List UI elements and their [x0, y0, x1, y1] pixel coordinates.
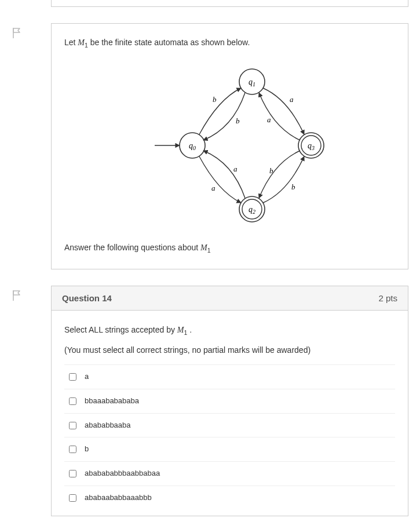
- question-points: 2 pts: [378, 293, 397, 303]
- edge-q1-q3-a: a: [290, 95, 294, 104]
- choice-row[interactable]: bbaaababababa: [64, 389, 395, 413]
- choices-list: a bbaaababababa abababbaaba b: [64, 364, 395, 510]
- intro-line-2: Answer the following questions about M1: [64, 242, 395, 256]
- choice-label: ababababbbaabbabaa: [85, 468, 160, 480]
- choice-row[interactable]: a: [64, 364, 395, 389]
- intro-line-1: Let M1 be the finite state automata as s…: [64, 37, 395, 50]
- question-panel: Question 14 2 pts Select ALL strings acc…: [51, 286, 408, 516]
- intro-text-post: be the finite state automata as shown be…: [88, 38, 250, 47]
- choice-checkbox[interactable]: [69, 422, 76, 429]
- choice-row[interactable]: abababbaaba: [64, 413, 395, 437]
- choice-checkbox[interactable]: [69, 397, 76, 405]
- flag-icon[interactable]: [12, 27, 28, 39]
- choice-checkbox[interactable]: [69, 494, 76, 502]
- previous-panel-fragment: [51, 0, 408, 7]
- intro-var: M: [78, 38, 85, 47]
- flag-icon[interactable]: [12, 289, 28, 302]
- choice-label: b: [85, 443, 89, 455]
- edge-q3-q2-b: b: [291, 183, 295, 191]
- prompt-var: M: [177, 326, 184, 334]
- edge-q0-q1-b: b: [213, 95, 217, 104]
- intro2-sub: 1: [207, 246, 211, 253]
- choice-checkbox[interactable]: [69, 373, 76, 381]
- choice-label: bbaaababababa: [85, 395, 139, 407]
- choice-label: ababaababbaaabbb: [85, 492, 152, 504]
- automata-diagram: q0 q1 q2 q3: [64, 59, 395, 236]
- choice-row[interactable]: b: [64, 437, 395, 461]
- prompt-pre: Select ALL strings accepted by: [64, 325, 177, 334]
- choice-label: abababbaaba: [85, 419, 131, 432]
- choice-label: a: [85, 371, 89, 383]
- intro2-var: M: [200, 243, 207, 252]
- choice-row[interactable]: ababababbbaabbabaa: [64, 461, 395, 486]
- edge-q0-q2-a: a: [233, 165, 238, 173]
- question-note: (You must select all correct strings, no…: [64, 344, 395, 356]
- edge-q1-q0-b: b: [236, 116, 240, 125]
- intro2-text: Answer the following questions about: [64, 243, 200, 252]
- edge-q3-q1-a: a: [267, 115, 271, 124]
- edge-q2-q0-a: a: [211, 184, 216, 192]
- question-prompt: Select ALL strings accepted by M1 .: [64, 323, 395, 338]
- choice-row[interactable]: ababaababbaaabbb: [64, 486, 395, 510]
- intro-text: Let: [64, 38, 78, 47]
- intro-panel: Let M1 be the finite state automata as s…: [51, 23, 408, 269]
- question-title: Question 14: [62, 293, 112, 303]
- question-header: Question 14 2 pts: [52, 286, 408, 311]
- choice-checkbox[interactable]: [69, 446, 76, 453]
- prompt-post: .: [187, 325, 192, 334]
- choice-checkbox[interactable]: [69, 470, 76, 477]
